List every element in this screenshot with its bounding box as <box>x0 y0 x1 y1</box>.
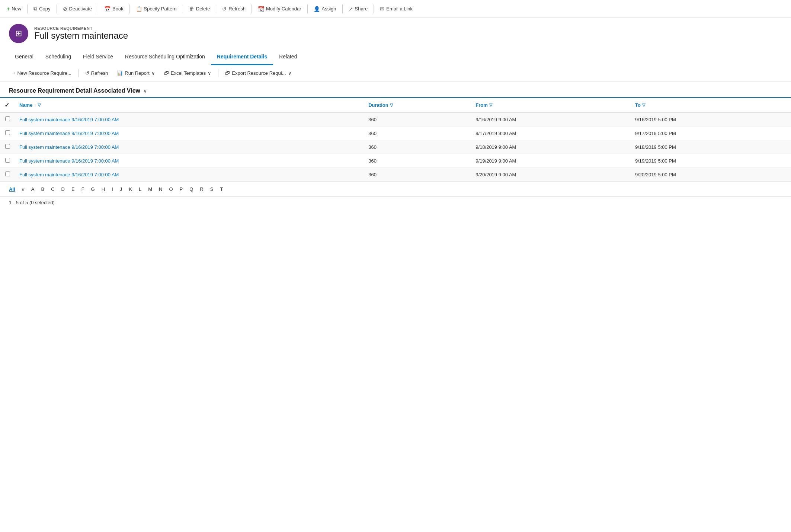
row-0-duration: 360 <box>364 113 471 126</box>
row-3-checkbox[interactable] <box>0 154 15 168</box>
page-letter-d[interactable]: D <box>58 185 68 193</box>
row-3-name: Full system maintenace 9/16/2019 7:00:00… <box>15 154 364 168</box>
sub-btn-excel-templates[interactable]: 🗗Excel Templates ∨ <box>160 68 215 78</box>
row-1-from: 9/17/2019 9:00 AM <box>471 126 631 140</box>
page-letter-all[interactable]: All <box>6 185 18 193</box>
row-4-duration: 360 <box>364 168 471 182</box>
sub-icon-refresh: ↺ <box>85 70 89 76</box>
toolbar-divider <box>129 4 130 13</box>
record-type-label: RESOURCE REQUIREMENT <box>34 26 128 31</box>
row-3-name-link[interactable]: Full system maintenace 9/16/2019 7:00:00… <box>19 158 119 164</box>
toolbar-btn-specify-pattern[interactable]: 📋Specify Pattern <box>132 4 180 14</box>
view-dropdown-icon[interactable]: ∨ <box>143 88 147 94</box>
row-0-checkbox[interactable] <box>0 113 15 126</box>
row-2-checkbox-input[interactable] <box>5 144 10 149</box>
page-letter-n[interactable]: N <box>156 185 165 193</box>
toolbar-btn-copy[interactable]: ⧉Copy <box>30 3 54 14</box>
sub-btn-run-report[interactable]: 📊Run Report ∨ <box>113 68 158 78</box>
toolbar-btn-book[interactable]: 📅Book <box>100 4 127 14</box>
toolbar-icon-deactivate: ⊘ <box>63 6 67 12</box>
sub-chevron-excel-templates: ∨ <box>208 70 211 76</box>
toolbar-btn-new[interactable]: +New <box>3 4 25 14</box>
avatar: ⊞ <box>9 24 28 43</box>
table-row: Full system maintenace 9/16/2019 7:00:00… <box>0 154 791 168</box>
tab-related[interactable]: Related <box>273 49 303 65</box>
page-letter-o[interactable]: O <box>166 185 176 193</box>
page-letter-m[interactable]: M <box>145 185 155 193</box>
row-2-name-link[interactable]: Full system maintenace 9/16/2019 7:00:00… <box>19 144 119 150</box>
page-letter-c[interactable]: C <box>48 185 57 193</box>
view-title-bar: Resource Requirement Detail Associated V… <box>0 81 791 97</box>
page-letter-k[interactable]: K <box>126 185 135 193</box>
page-letter-r[interactable]: R <box>197 185 206 193</box>
page-letter-a[interactable]: A <box>28 185 38 193</box>
sub-toolbar: +New Resource Require...↺Refresh📊Run Rep… <box>0 65 791 81</box>
col-header-from: From ▽ <box>471 98 631 113</box>
toolbar-btn-assign[interactable]: 👤Assign <box>310 4 340 14</box>
status-text: 1 - 5 of 5 (0 selected) <box>9 200 55 205</box>
page-letter-q[interactable]: Q <box>186 185 196 193</box>
page-letter-#[interactable]: # <box>19 185 28 193</box>
sub-btn-export-resource[interactable]: 🗗Export Resource Requi... ∨ <box>221 68 295 78</box>
toolbar-label-copy: Copy <box>39 6 50 12</box>
tab-scheduling[interactable]: Scheduling <box>39 49 77 65</box>
row-3-checkbox-input[interactable] <box>5 158 10 163</box>
status-bar: 1 - 5 of 5 (0 selected) <box>0 196 791 208</box>
toolbar-divider <box>216 4 216 13</box>
row-4-name-link[interactable]: Full system maintenace 9/16/2019 7:00:00… <box>19 172 119 177</box>
sub-btn-refresh[interactable]: ↺Refresh <box>81 68 112 78</box>
toolbar-btn-refresh[interactable]: ↺Refresh <box>218 4 249 14</box>
col-to-filter-icon[interactable]: ▽ <box>642 103 645 108</box>
tab-requirement-details[interactable]: Requirement Details <box>211 49 273 65</box>
row-1-name-link[interactable]: Full system maintenace 9/16/2019 7:00:00… <box>19 131 119 136</box>
col-name-filter-icon[interactable]: ▽ <box>38 103 41 108</box>
toolbar-icon-share: ↗ <box>349 6 353 12</box>
table-row: Full system maintenace 9/16/2019 7:00:00… <box>0 113 791 126</box>
table-header-row: ✓ Name ↑ ▽ Duration ▽ <box>0 98 791 113</box>
tab-resource-scheduling[interactable]: Resource Scheduling Optimization <box>119 49 211 65</box>
toolbar-divider <box>57 4 57 13</box>
toolbar-divider <box>252 4 252 13</box>
page-letter-g[interactable]: G <box>88 185 98 193</box>
row-2-name: Full system maintenace 9/16/2019 7:00:00… <box>15 140 364 154</box>
sub-btn-new-resource[interactable]: +New Resource Require... <box>9 68 75 78</box>
view-title: Resource Requirement Detail Associated V… <box>9 87 140 94</box>
page-letter-i[interactable]: I <box>109 185 116 193</box>
toolbar-btn-delete[interactable]: 🗑Delete <box>185 4 214 14</box>
col-name-sort-icon[interactable]: ↑ <box>34 103 36 108</box>
page-letter-h[interactable]: H <box>99 185 108 193</box>
toolbar-btn-deactivate[interactable]: ⊘Deactivate <box>59 4 96 14</box>
row-2-from: 9/18/2019 9:00 AM <box>471 140 631 154</box>
row-4-checkbox-input[interactable] <box>5 172 10 176</box>
page-letter-p[interactable]: P <box>177 185 186 193</box>
page-letter-f[interactable]: F <box>79 185 87 193</box>
row-2-checkbox[interactable] <box>0 140 15 154</box>
row-3-to: 9/19/2019 5:00 PM <box>631 154 791 168</box>
row-4-checkbox[interactable] <box>0 168 15 182</box>
row-0-name-link[interactable]: Full system maintenace 9/16/2019 7:00:00… <box>19 117 119 122</box>
toolbar-btn-email-link[interactable]: ✉Email a Link <box>376 4 416 14</box>
row-1-checkbox-input[interactable] <box>5 130 10 135</box>
col-duration-filter-icon[interactable]: ▽ <box>390 103 393 108</box>
sub-icon-new-resource: + <box>13 70 16 76</box>
page-letter-t[interactable]: T <box>217 185 226 193</box>
page-letter-l[interactable]: L <box>136 185 144 193</box>
toolbar-btn-modify-calendar[interactable]: 📆Modify Calendar <box>254 4 305 14</box>
select-all-checkbox[interactable]: ✓ <box>0 98 15 113</box>
tab-general[interactable]: General <box>9 49 39 65</box>
toolbar-label-deactivate: Deactivate <box>69 6 92 12</box>
sub-toolbar-divider <box>78 69 79 77</box>
data-table-container: ✓ Name ↑ ▽ Duration ▽ <box>0 98 791 182</box>
row-0-checkbox-input[interactable] <box>5 116 10 121</box>
page-letter-b[interactable]: B <box>38 185 48 193</box>
col-from-filter-icon[interactable]: ▽ <box>489 103 492 108</box>
page-letter-e[interactable]: E <box>68 185 78 193</box>
col-name-label: Name <box>19 102 32 108</box>
tab-field-service[interactable]: Field Service <box>77 49 119 65</box>
page-letter-j[interactable]: J <box>117 185 125 193</box>
row-0-to: 9/16/2019 5:00 PM <box>631 113 791 126</box>
page-letter-s[interactable]: S <box>207 185 217 193</box>
toolbar-icon-copy: ⧉ <box>33 6 37 12</box>
toolbar-btn-share[interactable]: ↗Share <box>345 4 372 14</box>
row-1-checkbox[interactable] <box>0 126 15 140</box>
